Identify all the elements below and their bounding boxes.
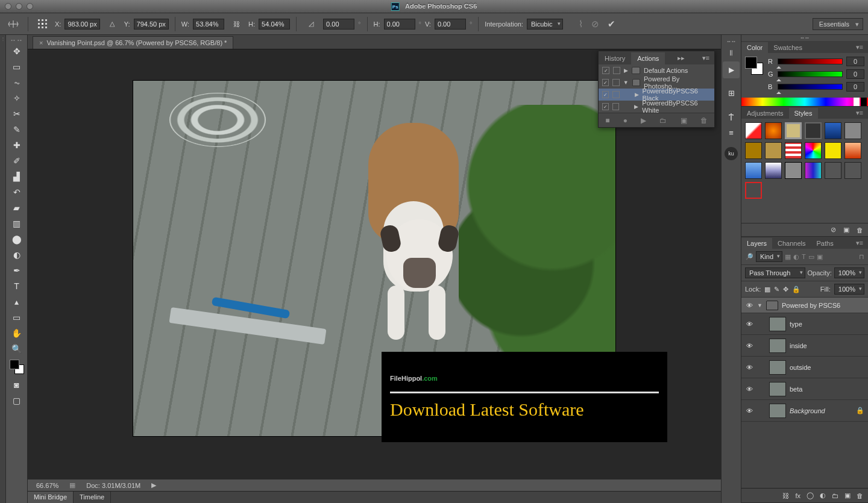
new-style-icon[interactable]: ▣ <box>843 226 849 234</box>
fx-icon[interactable]: fx <box>795 492 800 499</box>
group-icon[interactable]: 🗀 <box>832 492 838 499</box>
link-icon[interactable]: ⛓ <box>228 16 245 33</box>
transform-tool-icon[interactable] <box>5 16 22 33</box>
left-dock-strip[interactable]: ⋮ <box>0 35 6 503</box>
style-swatch[interactable] <box>745 182 762 199</box>
action-row[interactable]: ✓▶PoweredByPSCS6 Black <box>599 89 714 101</box>
style-swatch[interactable] <box>745 122 762 139</box>
brush-presets-icon[interactable]: ≡ <box>723 124 740 141</box>
style-swatch[interactable] <box>844 142 861 159</box>
style-swatch[interactable] <box>785 122 802 139</box>
style-swatch[interactable] <box>825 142 841 159</box>
tab-channels[interactable]: Channels <box>772 238 811 249</box>
filter-search-icon[interactable]: 🔎 <box>745 253 753 261</box>
zoom-window[interactable] <box>27 3 33 10</box>
style-swatch[interactable] <box>805 162 822 179</box>
layers-menu-icon[interactable]: ▾≡ <box>851 237 868 249</box>
commit-transform-icon[interactable]: ✔ <box>608 19 615 30</box>
filter-toggle-icon[interactable]: ⊓ <box>859 253 864 261</box>
filter-smart-icon[interactable]: ▣ <box>817 253 823 261</box>
tab-paths[interactable]: Paths <box>811 238 839 249</box>
actions-menu-icon[interactable]: ▾≡ <box>697 52 714 64</box>
style-swatch[interactable] <box>785 142 802 159</box>
g-slider[interactable] <box>778 71 843 77</box>
blur-tool-icon[interactable]: ⬤ <box>8 231 25 247</box>
paragraph-icon[interactable]: Ϯ <box>723 107 740 124</box>
tab-swatches[interactable]: Swatches <box>768 42 808 53</box>
g-value[interactable]: 0 <box>846 69 864 79</box>
angle-value[interactable]: 0.00 <box>323 19 354 30</box>
zoom-tool-icon[interactable]: 🔍 <box>8 341 25 357</box>
close-tab-icon[interactable]: × <box>39 39 43 46</box>
link-layers-icon[interactable]: ⛓ <box>782 492 789 499</box>
style-swatch[interactable] <box>765 142 782 159</box>
fill-value[interactable]: 100% <box>834 284 864 295</box>
new-layer-icon[interactable]: ▣ <box>844 492 851 499</box>
layer-row[interactable]: 👁inside <box>741 335 868 357</box>
styles-menu-icon[interactable]: ▾≡ <box>851 107 868 119</box>
visibility-icon[interactable]: 👁 <box>745 364 753 371</box>
hand-tool-icon[interactable]: ✋ <box>8 325 25 341</box>
warp-icon[interactable]: ⌇ <box>579 19 583 30</box>
minimize-window[interactable] <box>16 3 22 10</box>
type-tool-icon[interactable]: T <box>8 278 25 294</box>
history-brush-tool-icon[interactable]: ↶ <box>8 184 25 200</box>
crop-tool-icon[interactable]: ✂ <box>8 106 25 122</box>
filter-kind-dropdown[interactable]: Kind <box>756 251 782 262</box>
histogram-icon[interactable]: ⫴ <box>723 45 740 61</box>
b-slider[interactable] <box>778 84 843 90</box>
canvas[interactable]: FileHippol.com Download Latest Software <box>133 81 615 436</box>
filter-pixel-icon[interactable]: ▦ <box>785 253 791 261</box>
adjustment-layer-icon[interactable]: ◐ <box>820 492 826 499</box>
r-slider[interactable] <box>778 58 843 64</box>
filter-shape-icon[interactable]: ▭ <box>808 253 814 261</box>
reference-point-icon[interactable] <box>34 16 51 33</box>
brush-tool-icon[interactable]: ✐ <box>8 153 25 169</box>
interp-dropdown[interactable]: Bicubic <box>527 19 563 30</box>
gradient-tool-icon[interactable]: ▥ <box>8 216 25 231</box>
color-spectrum[interactable] <box>741 98 868 106</box>
style-swatch[interactable] <box>844 162 861 179</box>
vskew-value[interactable]: 0.00 <box>435 19 466 30</box>
tab-layers[interactable]: Layers <box>741 238 772 249</box>
style-swatch[interactable] <box>765 162 782 179</box>
tab-history[interactable]: History <box>599 52 631 64</box>
layer-row[interactable]: 👁outside <box>741 357 868 378</box>
eyedropper-tool-icon[interactable]: ✎ <box>8 122 25 137</box>
move-tool-icon[interactable]: ✥ <box>8 43 25 59</box>
delta-icon[interactable]: △ <box>104 16 121 33</box>
visibility-icon[interactable]: 👁 <box>745 407 753 414</box>
trash-icon[interactable]: 🗑 <box>700 116 708 125</box>
lock-transparent-icon[interactable]: ▩ <box>764 286 770 293</box>
clear-style-icon[interactable]: ⊘ <box>831 226 836 234</box>
style-swatch[interactable] <box>844 122 861 139</box>
style-swatch[interactable] <box>745 162 762 179</box>
lock-pixels-icon[interactable]: ✎ <box>774 286 779 293</box>
style-swatch[interactable] <box>765 122 782 139</box>
filter-type-icon[interactable]: T <box>802 253 806 260</box>
zoom-level[interactable]: 66.67% <box>36 482 58 489</box>
tab-mini-bridge[interactable]: Mini Bridge <box>28 492 74 503</box>
tab-styles[interactable]: Styles <box>789 108 818 119</box>
tab-color[interactable]: Color <box>741 42 768 53</box>
visibility-icon[interactable]: 👁 <box>745 302 753 309</box>
play-icon[interactable]: ▶ <box>641 116 646 125</box>
stop-icon[interactable]: ■ <box>605 116 609 125</box>
layer-row[interactable]: 👁Background🔒 <box>741 400 868 422</box>
marquee-tool-icon[interactable]: ▭ <box>8 59 25 75</box>
visibility-icon[interactable]: 👁 <box>745 320 753 328</box>
style-swatch[interactable] <box>805 142 822 159</box>
cancel-transform-icon[interactable]: ⊘ <box>591 19 599 30</box>
visibility-icon[interactable]: 👁 <box>745 342 753 349</box>
tab-timeline[interactable]: Timeline <box>74 492 111 503</box>
delete-layer-icon[interactable]: 🗑 <box>857 492 863 499</box>
style-swatch[interactable] <box>825 162 841 179</box>
shape-tool-icon[interactable]: ▭ <box>8 310 25 325</box>
character-icon[interactable]: ⊞ <box>723 84 740 101</box>
style-swatch[interactable] <box>745 142 762 159</box>
workspace-dropdown[interactable]: Essentials <box>813 18 863 30</box>
eraser-tool-icon[interactable]: ▰ <box>8 200 25 216</box>
filter-adjust-icon[interactable]: ◐ <box>793 253 799 261</box>
layer-row[interactable]: 👁▼Powered by PSCS6 <box>741 298 868 313</box>
opacity-value[interactable]: 100% <box>834 267 864 278</box>
